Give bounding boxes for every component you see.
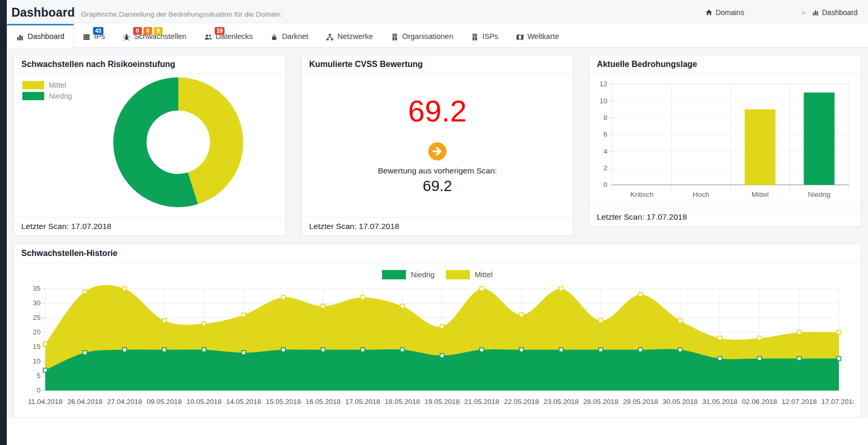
legend-color-box [22,81,44,89]
cvss-prev-value: 69.2 [423,178,452,195]
last-scan-cvss: Letzter Scan: 17.07.2018 [302,217,573,236]
page-subtitle: Graphische Darstellung der Bedrohungssit… [81,10,282,18]
breadcrumb-domains-label: Domains [716,8,744,17]
svg-text:30.05.2018: 30.05.2018 [663,398,698,406]
svg-text:20: 20 [33,329,41,336]
breadcrumb-separator: > [801,9,806,17]
tab-datenlecks[interactable]: Datenlecks19 [195,24,262,47]
lock-icon [270,33,278,41]
svg-text:5: 5 [37,372,41,380]
svg-text:10: 10 [600,97,608,105]
tab-netzwerke[interactable]: Netzwerke [317,24,382,47]
svg-text:30: 30 [33,300,41,307]
server-icon [83,33,90,41]
map-icon [516,33,524,41]
tab-label: Weltkarte [528,32,559,41]
svg-text:29.05.2018: 29.05.2018 [623,398,658,406]
svg-text:18.05.2018: 18.05.2018 [385,398,420,406]
card-title-threat: Aktuelle Bedrohungslage [589,55,861,74]
content: Schwachstellen nach Risikoeinstufung Mit… [7,48,868,418]
badge-count: 0 [133,27,142,35]
tab-isps[interactable]: ISPs [462,24,507,47]
svg-text:19.05.2018: 19.05.2018 [425,398,460,406]
svg-text:27.04.2018: 27.04.2018 [107,398,142,406]
building-icon [391,33,399,41]
svg-text:09.05.2018: 09.05.2018 [147,398,182,406]
svg-text:0: 0 [603,181,608,189]
svg-text:35: 35 [33,285,41,293]
arrow-right-circle-icon [428,142,447,161]
svg-text:0: 0 [37,387,41,395]
svg-text:21.05.2018: 21.05.2018 [464,398,499,406]
tab-badges: 43 [93,27,103,35]
card-title-history: Schwachstellen-Historie [14,244,861,263]
legend-color-box [446,270,470,279]
users-icon [204,33,212,41]
page-title: Dashboard [11,6,75,20]
svg-text:23.05.2018: 23.05.2018 [544,398,579,406]
card-risk-donut: Schwachstellen nach Risikoeinstufung Mit… [14,55,286,236]
tab-ips[interactable]: IPs43 [74,24,114,47]
building-icon [471,33,479,41]
badge-count: 43 [93,27,103,35]
breadcrumb-dashboard[interactable]: Dashboard [812,8,858,17]
legend-item-mittel: Mittel [446,270,493,279]
svg-text:2: 2 [603,165,608,172]
tab-weltkarte[interactable]: Weltkarte [507,24,568,47]
svg-text:6: 6 [603,131,608,139]
svg-text:Niedrig: Niedrig [808,191,831,198]
breadcrumb-dashboard-label: Dashboard [822,8,858,17]
svg-text:02.06.2018: 02.06.2018 [742,398,777,406]
network-icon [326,33,334,41]
tab-badges: 19 [215,27,225,35]
svg-text:17.07.2018: 17.07.2018 [821,398,853,406]
history-legend: NiedrigMittel [21,270,853,279]
breadcrumb-domains[interactable]: Domains [705,8,744,17]
svg-text:17.05.2018: 17.05.2018 [345,398,380,406]
svg-text:15: 15 [33,343,41,351]
card-history: Schwachstellen-Historie NiedrigMittel 05… [14,244,861,418]
collapsed-sidebar[interactable] [0,0,7,445]
tab-dashboard[interactable]: Dashboard [7,24,74,48]
legend-label: Niedrig [411,271,435,279]
content-header: Dashboard Graphische Darstellung der Bed… [7,0,868,24]
svg-text:Mittel: Mittel [752,191,769,198]
donut-legend: MittelNiedrig [22,81,72,100]
svg-text:25: 25 [33,314,41,322]
svg-text:31.05.2018: 31.05.2018 [702,398,738,406]
svg-text:12: 12 [600,80,608,88]
tab-darknet[interactable]: Darknet [261,24,317,47]
tab-schwachstellen[interactable]: Schwachstellen009 [114,24,195,47]
card-title-cvss: Kumulierte CVSS Bewertung [302,55,573,74]
svg-text:Kritisch: Kritisch [630,191,654,198]
cvss-score: 69.2 [408,96,467,126]
legend-color-box [22,92,44,100]
home-icon [705,9,713,16]
badge-count: 19 [215,27,225,35]
tab-organisationen[interactable]: Organisationen [382,24,462,47]
tab-label: Dashboard [28,32,64,41]
svg-text:4: 4 [603,147,608,155]
bug-icon [123,33,130,41]
breadcrumb: Domains > Dashboard [705,8,858,17]
tab-label: Netzwerke [337,32,373,41]
tab-bar: DashboardIPs43Schwachstellen009Datenleck… [7,24,868,48]
svg-text:26.04.2018: 26.04.2018 [68,398,103,406]
bar-chart-icon [16,33,24,41]
svg-text:10: 10 [33,358,41,366]
legend-label: Mittel [475,271,493,279]
tab-badges: 009 [133,27,163,35]
badge-count: 0 [143,27,152,35]
last-scan-threat: Letzter Scan: 17.07.2018 [589,208,861,226]
svg-text:22.05.2018: 22.05.2018 [504,398,539,406]
legend-label: Mittel [49,81,66,89]
legend-color-box [382,270,406,279]
legend-item-niedrig: Niedrig [22,92,72,100]
card-threat-bar: Aktuelle Bedrohungslage 024681012Kritisc… [589,55,861,227]
svg-text:11.04.2018: 11.04.2018 [28,398,63,406]
legend-item-niedrig: Niedrig [382,270,435,279]
legend-label: Niedrig [49,92,72,100]
card-title-risk: Schwachstellen nach Risikoeinstufung [14,55,285,74]
svg-text:8: 8 [603,114,608,122]
badge-count: 9 [154,27,163,35]
